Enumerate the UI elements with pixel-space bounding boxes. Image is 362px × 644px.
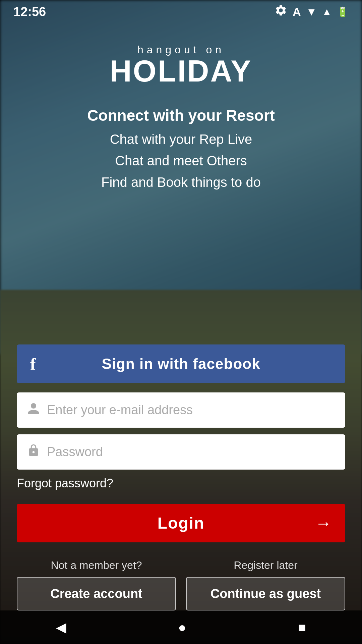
battery-icon: 🔋	[337, 6, 349, 17]
create-account-label: Create account	[50, 587, 142, 601]
facebook-signin-label: Sign in with facebook	[102, 356, 260, 372]
status-bar: 12:56 A ▼ ▲ 🔋	[0, 0, 362, 23]
bottom-actions: Not a member yet? Create account Registe…	[17, 559, 345, 610]
email-input[interactable]	[47, 403, 335, 417]
logo-main-text: HOLIDAY	[110, 56, 252, 86]
back-button[interactable]: ◀	[56, 620, 66, 635]
login-arrow-icon: →	[315, 514, 332, 533]
bottom-panel: f Sign in with facebook Forgot password?…	[0, 344, 362, 610]
person-icon	[27, 402, 40, 418]
wifi-icon: ▼	[306, 6, 317, 18]
status-icons: A ▼ ▲ 🔋	[275, 4, 349, 19]
not-member-text: Not a member yet?	[51, 559, 142, 572]
taglines: Connect with your Resort Chat with your …	[87, 106, 275, 193]
facebook-f-icon: f	[30, 354, 36, 374]
font-icon: A	[293, 5, 301, 18]
forgot-password-link[interactable]: Forgot password?	[17, 476, 345, 490]
logo-area: hangout on HOLIDAY	[110, 44, 252, 86]
signal-icon: ▲	[322, 6, 331, 17]
create-account-button[interactable]: Create account	[17, 577, 176, 610]
password-input[interactable]	[47, 445, 335, 459]
password-input-wrapper	[17, 434, 345, 470]
login-button[interactable]: Login →	[17, 504, 345, 542]
continue-guest-col: Register later Continue as guest	[186, 559, 345, 610]
register-later-text: Register later	[234, 559, 297, 572]
tagline-line-2: Chat and meet Others	[87, 150, 275, 171]
continue-guest-button[interactable]: Continue as guest	[186, 577, 345, 610]
tagline-line-3: Find and Book things to do	[87, 171, 275, 193]
recent-apps-button[interactable]: ■	[298, 620, 306, 635]
email-input-wrapper	[17, 392, 345, 428]
login-label: Login	[158, 514, 205, 532]
facebook-signin-button[interactable]: f Sign in with facebook	[17, 344, 345, 383]
status-time: 12:56	[13, 5, 46, 19]
tagline-main: Connect with your Resort	[87, 106, 275, 124]
tagline-line-1: Chat with your Rep Live	[87, 128, 275, 150]
settings-icon	[275, 4, 287, 19]
create-account-col: Not a member yet? Create account	[17, 559, 176, 610]
home-button[interactable]: ●	[178, 620, 186, 635]
android-nav-bar: ◀ ● ■	[0, 610, 362, 644]
continue-guest-label: Continue as guest	[210, 587, 321, 601]
lock-icon	[27, 444, 40, 460]
